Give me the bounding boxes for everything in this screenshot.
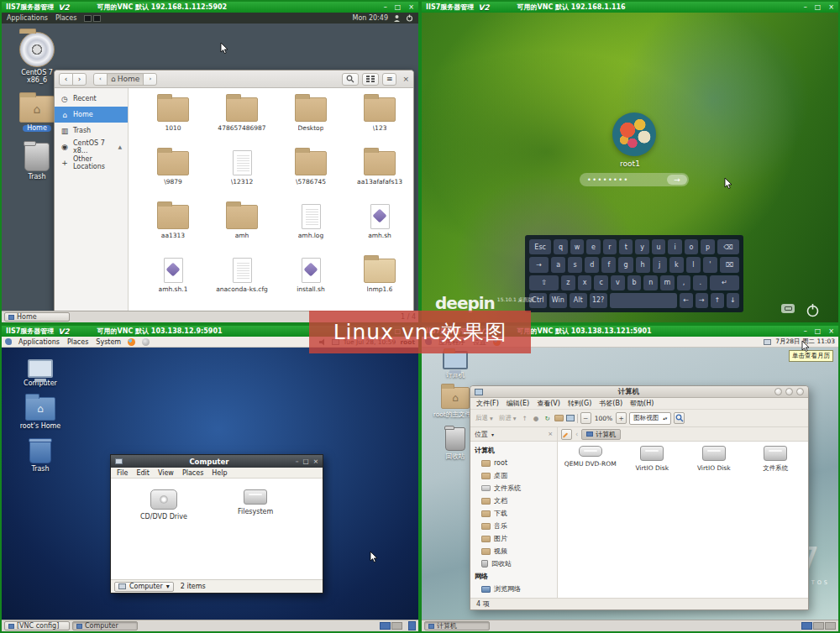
view-mode-dropdown[interactable]: 图标视图▴▾ bbox=[629, 412, 671, 425]
search-button[interactable] bbox=[674, 412, 685, 424]
keyboard-key[interactable]: → bbox=[529, 257, 549, 272]
close-button[interactable]: × bbox=[408, 3, 414, 11]
workspace-cell[interactable] bbox=[391, 622, 402, 630]
eject-icon[interactable]: ▲ bbox=[118, 144, 122, 149]
workspace-cell[interactable] bbox=[801, 622, 812, 630]
keyboard-key[interactable]: f bbox=[601, 257, 616, 272]
q2-vnc-titlebar[interactable]: IIS7服务器管理 V2 可用的VNC 默认 192.168.1.116 – □… bbox=[422, 2, 838, 13]
keyboard-key[interactable]: ' bbox=[703, 257, 717, 272]
window-close-icon[interactable]: × bbox=[402, 75, 409, 83]
keyboard-key[interactable]: z bbox=[561, 275, 575, 290]
maximize-button[interactable]: □ bbox=[303, 458, 309, 465]
window-titlebar[interactable]: 计算机 bbox=[470, 386, 808, 398]
menu-item[interactable]: Places bbox=[182, 469, 203, 477]
firefox-icon[interactable] bbox=[128, 338, 135, 346]
search-button[interactable] bbox=[342, 73, 359, 86]
show-desktop-icon[interactable] bbox=[408, 621, 416, 630]
chevron-down-icon[interactable]: ▾ bbox=[491, 432, 494, 437]
home-folder-button[interactable] bbox=[554, 415, 564, 421]
keyboard-key[interactable]: a bbox=[551, 257, 565, 272]
keyboard-key[interactable]: ↓ bbox=[727, 293, 739, 308]
maximize-button[interactable]: □ bbox=[815, 327, 822, 335]
view-toggle-button[interactable] bbox=[362, 73, 379, 86]
sidebar-item[interactable]: 桌面 bbox=[470, 469, 557, 482]
keyboard-key[interactable]: , bbox=[677, 275, 691, 290]
sidebar-item[interactable]: 文档 bbox=[470, 494, 557, 507]
keyboard-key[interactable]: ⇧ bbox=[529, 275, 559, 290]
close-button[interactable]: × bbox=[828, 3, 834, 11]
minimize-button[interactable]: – bbox=[384, 3, 387, 11]
sidebar-item[interactable]: 计算机 bbox=[470, 444, 557, 457]
taskbar-window-button[interactable]: 计算机 bbox=[424, 621, 490, 630]
sidebar-item[interactable]: + Other Locations bbox=[55, 154, 128, 170]
file-item[interactable]: amh.sh.1 bbox=[139, 257, 207, 303]
maximize-button[interactable] bbox=[785, 388, 793, 395]
workspace-switcher[interactable] bbox=[380, 622, 402, 630]
forward-button[interactable]: 前进▾ bbox=[497, 414, 518, 422]
volume-item[interactable]: 文件系统 bbox=[745, 446, 807, 473]
sidebar-item[interactable]: ◉ CentOS 7 x8... ▲ bbox=[55, 139, 128, 154]
menu-item[interactable]: Help bbox=[212, 469, 227, 477]
sidebar-item[interactable]: 图片 bbox=[470, 532, 557, 545]
crumb-prev-icon[interactable]: ‹ bbox=[93, 73, 108, 86]
clock-label[interactable]: Mon 20:49 bbox=[353, 14, 388, 22]
file-item[interactable]: 478657486987 bbox=[207, 96, 276, 142]
keyboard-key[interactable]: r bbox=[603, 239, 617, 254]
keyboard-key[interactable]: q bbox=[554, 239, 567, 254]
panel-menu-item[interactable]: Applications bbox=[18, 338, 60, 346]
file-item[interactable]: anaconda-ks.cfg bbox=[207, 257, 276, 303]
sidebar-item[interactable]: 下载 bbox=[470, 507, 557, 520]
file-item[interactable]: aa1313 bbox=[139, 203, 207, 249]
keyboard-key[interactable]: n bbox=[643, 275, 658, 290]
edit-location-button[interactable] bbox=[561, 429, 572, 440]
file-item[interactable]: amh.sh bbox=[345, 203, 413, 249]
menu-item[interactable]: File bbox=[117, 469, 128, 477]
window-preview-icon[interactable] bbox=[84, 15, 92, 22]
location-dropdown[interactable]: Computer▾ bbox=[114, 582, 174, 592]
keyboard-key[interactable]: t bbox=[619, 239, 633, 254]
keyboard-key[interactable]: Win bbox=[549, 293, 567, 308]
zoom-in-button[interactable]: + bbox=[616, 412, 627, 424]
sidebar-item[interactable]: 网络 bbox=[470, 570, 557, 583]
menu-item[interactable]: 查看(V) bbox=[537, 399, 560, 408]
volume-item[interactable]: VirtIO Disk bbox=[622, 446, 684, 472]
workspace-cell[interactable] bbox=[825, 622, 836, 630]
keyboard-key[interactable]: c bbox=[594, 275, 608, 290]
applications-menu[interactable]: Applications bbox=[7, 14, 48, 22]
user-avatar[interactable] bbox=[612, 112, 656, 156]
desktop-icon[interactable]: Computer bbox=[13, 359, 67, 388]
taskbar-window-button[interactable]: Computer bbox=[72, 621, 138, 630]
keyboard-key[interactable]: → bbox=[696, 293, 708, 308]
keyboard-key[interactable]: o bbox=[685, 239, 698, 254]
keyboard-key[interactable]: ↑ bbox=[711, 293, 723, 308]
file-item[interactable]: Desktop bbox=[276, 96, 345, 142]
file-item[interactable]: amh bbox=[207, 203, 276, 249]
desktop-icon[interactable]: 计算机 bbox=[432, 351, 479, 379]
maximize-button[interactable]: □ bbox=[395, 3, 402, 11]
keyboard-key[interactable]: ⌧ bbox=[720, 257, 739, 272]
keyboard-layout-button[interactable] bbox=[781, 304, 795, 313]
window-preview-icon[interactable] bbox=[93, 15, 101, 22]
close-button[interactable] bbox=[796, 388, 804, 395]
keyboard-key[interactable]: i bbox=[668, 239, 681, 254]
keyboard-key[interactable]: k bbox=[669, 257, 684, 272]
file-item[interactable]: \9879 bbox=[139, 149, 207, 196]
gnome-menu-icon[interactable] bbox=[5, 338, 12, 345]
file-item[interactable]: install.sh bbox=[276, 257, 345, 303]
file-item[interactable]: \5786745 bbox=[276, 149, 345, 196]
keyboard-key[interactable]: ← bbox=[680, 293, 692, 308]
keyboard-key[interactable]: Esc bbox=[529, 239, 551, 254]
keyboard-key[interactable]: g bbox=[618, 257, 633, 272]
keyboard-key[interactable]: y bbox=[635, 239, 648, 254]
close-button[interactable]: × bbox=[313, 458, 318, 465]
file-item[interactable]: amh.log bbox=[276, 203, 345, 249]
up-button[interactable]: ↑ bbox=[521, 415, 529, 422]
shutdown-button[interactable] bbox=[806, 303, 820, 317]
file-item[interactable]: lnmp1.6 bbox=[345, 257, 413, 303]
desktop-icon[interactable]: root's Home bbox=[13, 397, 67, 431]
power-icon[interactable] bbox=[406, 14, 413, 22]
keyboard-key[interactable]: 12? bbox=[590, 293, 607, 308]
device-item[interactable]: CD/DVD Drive bbox=[140, 489, 187, 521]
menu-item[interactable]: 转到(G) bbox=[568, 399, 591, 408]
keyboard-key[interactable]: p bbox=[701, 239, 714, 254]
